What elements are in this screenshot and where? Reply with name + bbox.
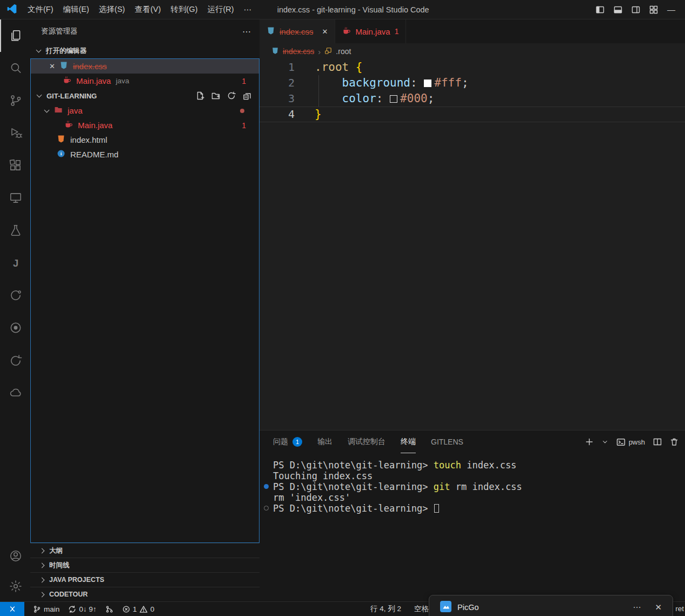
tree-file-readme[interactable]: i README.md	[31, 147, 259, 162]
terminal-profile-pwsh[interactable]: pwsh	[616, 438, 645, 447]
terminal-prompt: PS D:\git\note\git-learning>	[273, 460, 434, 471]
terminal-cursor	[434, 504, 439, 513]
breadcrumb-symbol[interactable]: .root	[336, 47, 351, 56]
activity-explorer[interactable]	[0, 19, 30, 52]
cursor-position-status[interactable]: 行 4, 列 2	[370, 604, 401, 614]
pwsh-icon	[616, 438, 626, 447]
split-terminal-icon[interactable]	[653, 438, 662, 446]
settings-button[interactable]	[0, 571, 30, 601]
tree-file-main-java[interactable]: Main.java 1	[31, 118, 259, 133]
refresh-icon[interactable]	[227, 91, 236, 100]
customize-layout-icon[interactable]	[649, 5, 658, 14]
code-line-4-current: 4}	[260, 107, 685, 122]
activity-testing[interactable]	[0, 214, 30, 247]
activity-java[interactable]: J	[0, 247, 30, 279]
tree-folder-java[interactable]: java	[31, 103, 259, 118]
activity-cloud[interactable]	[0, 376, 30, 409]
notification-close-icon[interactable]: ✕	[655, 602, 662, 612]
panel-tab-gitlens[interactable]: GITLENS	[431, 430, 463, 453]
activity-run-debug[interactable]	[0, 117, 30, 149]
activity-search[interactable]	[0, 52, 30, 84]
section-java-projects[interactable]: JAVA PROJECTS	[30, 572, 260, 587]
panel-tab-debug-console[interactable]: 调试控制台	[348, 430, 385, 453]
breadcrumb-separator: ›	[318, 47, 321, 56]
open-editor-index-css[interactable]: ✕ index.css	[31, 59, 259, 74]
css-file-icon	[59, 61, 68, 71]
color-swatch-black[interactable]	[390, 95, 397, 103]
gear-icon	[9, 579, 23, 593]
activity-extensions[interactable]	[0, 149, 30, 182]
vscode-window: 文件(F) 编辑(E) 选择(S) 查看(V) 转到(G) 运行(R) ⋯ in…	[0, 0, 685, 616]
new-folder-icon[interactable]	[211, 91, 220, 100]
tree-file-index-html[interactable]: index.html	[31, 133, 259, 147]
close-editor-icon[interactable]: ✕	[49, 62, 55, 70]
problems-status[interactable]: 1 0	[122, 605, 155, 613]
activity-gradle[interactable]	[0, 279, 30, 312]
branch-name: main	[44, 605, 59, 613]
open-editors-header[interactable]: 打开的编辑器	[30, 43, 260, 58]
terminal-profile-chevron-icon[interactable]	[602, 439, 608, 445]
menu-file[interactable]: 文件(F)	[23, 4, 58, 15]
status-bar-truncated-item[interactable]: ret	[675, 605, 684, 613]
circular-arrow-icon	[9, 353, 23, 367]
section-timeline[interactable]: 时间线	[30, 558, 260, 572]
collapse-all-icon[interactable]	[243, 91, 251, 100]
java-file-icon	[342, 27, 351, 37]
line-number: 4	[260, 107, 315, 122]
branch-status[interactable]: main	[33, 605, 59, 613]
svg-text:J: J	[13, 257, 18, 269]
panel-tab-terminal[interactable]: 终端	[401, 430, 416, 453]
breadcrumb-file[interactable]: index.css	[283, 47, 314, 56]
activity-source-control[interactable]	[0, 84, 30, 117]
activity-record[interactable]	[0, 312, 30, 344]
sidebar-header: 资源管理器 ⋯	[30, 19, 260, 43]
open-editor-main-java[interactable]: Main.java java 1	[31, 74, 259, 88]
account-button[interactable]	[0, 541, 30, 571]
tab-index-css[interactable]: index.css ✕	[260, 19, 335, 43]
color-swatch-white[interactable]	[424, 80, 431, 87]
warning-icon	[139, 605, 148, 613]
run-debug-icon	[9, 126, 23, 140]
toggle-secondary-sidebar-icon[interactable]	[631, 5, 640, 14]
tree-item-label: index.html	[70, 135, 107, 144]
minimize-button[interactable]: —	[667, 5, 675, 14]
css-file-icon	[271, 47, 279, 56]
commit-graph-button[interactable]	[105, 605, 114, 613]
section-codetour[interactable]: CODETOUR	[30, 587, 260, 601]
code-editor[interactable]: 1.root { 2 background: #fff; 3 color: #0…	[260, 59, 685, 122]
command-decoration-icon[interactable]	[264, 484, 269, 489]
toggle-panel-icon[interactable]	[614, 5, 622, 14]
activity-bar: J	[0, 19, 30, 601]
project-section-header[interactable]: GIT-LEARNING	[31, 88, 259, 103]
notification-more-icon[interactable]: ⋯	[633, 602, 641, 612]
command-decoration-icon[interactable]	[264, 506, 269, 511]
menu-view[interactable]: 查看(V)	[130, 4, 165, 15]
css-file-icon	[267, 27, 275, 37]
close-tab-icon[interactable]: ✕	[322, 28, 328, 36]
activity-history[interactable]	[0, 344, 30, 376]
activity-remote-explorer[interactable]	[0, 182, 30, 214]
menu-go[interactable]: 转到(G)	[166, 4, 203, 15]
account-icon	[9, 549, 23, 563]
remote-indicator[interactable]	[0, 602, 24, 616]
new-file-icon[interactable]	[196, 91, 204, 100]
menu-selection[interactable]: 选择(S)	[94, 4, 130, 15]
panel-tab-output[interactable]: 输出	[317, 430, 332, 453]
menu-more-icon[interactable]: ⋯	[239, 5, 257, 14]
menu-edit[interactable]: 编辑(E)	[58, 4, 94, 15]
toggle-primary-sidebar-icon[interactable]	[596, 5, 604, 14]
menu-run[interactable]: 运行(R)	[202, 4, 238, 15]
indentation-status[interactable]: 空格	[414, 604, 429, 614]
section-label: CODETOUR	[49, 591, 88, 598]
explorer-more-actions-icon[interactable]: ⋯	[242, 27, 251, 37]
new-terminal-icon[interactable]	[585, 438, 594, 446]
terminal-output[interactable]: PS D:\git\note\git-learning> touch index…	[260, 453, 685, 514]
css-selector-token: .root	[315, 61, 349, 74]
sync-status[interactable]: 0↓ 9↑	[68, 605, 96, 613]
section-outline[interactable]: 大纲	[30, 543, 260, 558]
panel-tab-problems[interactable]: 问题1	[273, 430, 302, 453]
semicolon-token: ;	[428, 92, 435, 105]
tab-main-java[interactable]: Main.java 1	[335, 19, 406, 43]
chevron-right-icon	[39, 548, 45, 553]
kill-terminal-icon[interactable]	[670, 438, 679, 446]
